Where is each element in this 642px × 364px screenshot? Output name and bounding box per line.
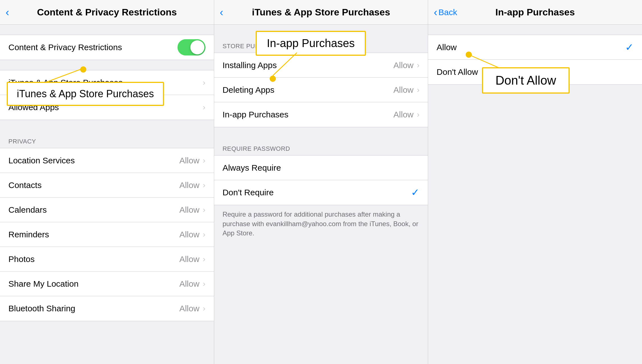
dont-require-label: Don't Require [223, 188, 408, 197]
panel3-content: Allow ✓ Don't Allow [428, 25, 642, 364]
itunes-purchases-label: iTunes & App Store Purchases [8, 78, 203, 87]
store-group: Installing Apps Allow › Deleting Apps Al… [214, 53, 428, 127]
share-my-location-chevron-icon: › [203, 279, 205, 288]
allow-option-label: Allow [437, 43, 622, 52]
installing-apps-value: Allow [393, 61, 414, 70]
calendars-value: Allow [179, 205, 200, 215]
dont-require-checkmark-icon: ✓ [411, 187, 419, 198]
allowed-apps-chevron-icon: › [203, 103, 205, 112]
back-chevron-icon: ‹ [6, 7, 9, 18]
privacy-section-header: PRIVACY [0, 130, 214, 148]
store-section-header: STORE PURCHASES & REDOWNLOADS [214, 35, 428, 53]
installing-apps-row[interactable]: Installing Apps Allow › [214, 53, 428, 78]
location-services-value: Allow [179, 156, 200, 165]
panel3-back-button[interactable]: ‹ Back [434, 7, 457, 18]
panel2-store-section: STORE PURCHASES & REDOWNLOADS Installing… [214, 35, 428, 127]
reminders-row[interactable]: Reminders Allow › [0, 222, 214, 247]
installing-apps-label: Installing Apps [223, 61, 394, 70]
panel1-privacy-section: PRIVACY Location Services Allow › Contac… [0, 130, 214, 321]
itunes-purchases-row[interactable]: iTunes & App Store Purchases › [0, 70, 214, 95]
bluetooth-sharing-row[interactable]: Bluetooth Sharing Allow › [0, 296, 214, 321]
panel1-main-section: Content & Privacy Restrictions [0, 35, 214, 60]
content-privacy-toggle[interactable] [177, 39, 205, 55]
toggle-knob [190, 40, 204, 54]
dont-allow-option-row[interactable]: Don't Allow [428, 60, 642, 84]
panel1-itunes-section: iTunes & App Store Purchases › Allowed A… [0, 70, 214, 120]
reminders-label: Reminders [8, 230, 179, 239]
contacts-value: Allow [179, 180, 200, 190]
photos-row[interactable]: Photos Allow › [0, 247, 214, 272]
share-my-location-label: Share My Location [8, 279, 179, 289]
panel1-header: ‹ Content & Privacy Restrictions [0, 0, 214, 25]
inapp-purchases-row[interactable]: In-app Purchases Allow › [214, 102, 428, 127]
share-my-location-value: Allow [179, 279, 200, 289]
panel3-options-section: Allow ✓ Don't Allow [428, 35, 642, 85]
bluetooth-sharing-label: Bluetooth Sharing [8, 304, 179, 313]
panel2-back-button[interactable]: ‹ [220, 7, 225, 18]
bluetooth-sharing-value: Allow [179, 304, 200, 313]
share-my-location-row[interactable]: Share My Location Allow › [0, 272, 214, 296]
dont-allow-option-label: Don't Allow [437, 67, 634, 77]
itunes-group: iTunes & App Store Purchases › Allowed A… [0, 70, 214, 120]
deleting-apps-row[interactable]: Deleting Apps Allow › [214, 78, 428, 102]
calendars-row[interactable]: Calendars Allow › [0, 198, 214, 222]
contacts-row[interactable]: Contacts Allow › [0, 173, 214, 198]
content-privacy-label: Content & Privacy Restrictions [8, 43, 177, 52]
inapp-purchases-chevron-icon: › [417, 110, 419, 119]
inapp-purchases-label: In-app Purchases [223, 110, 394, 119]
panel2-content: STORE PURCHASES & REDOWNLOADS Installing… [214, 25, 428, 364]
content-privacy-toggle-row[interactable]: Content & Privacy Restrictions [0, 35, 214, 60]
allowed-apps-label: Allowed Apps [8, 103, 203, 112]
back-label: Back [438, 8, 457, 17]
always-require-row[interactable]: Always Require [214, 156, 428, 180]
back-chevron-icon2: ‹ [220, 7, 223, 18]
panel-inapp-purchases: ‹ Back In-app Purchases Allow ✓ Don't Al… [428, 0, 642, 364]
allow-checkmark-icon: ✓ [625, 41, 634, 53]
reminders-value: Allow [179, 230, 200, 239]
panel-content-privacy: ‹ Content & Privacy Restrictions Content… [0, 0, 214, 364]
panel3-title: In-app Purchases [437, 7, 634, 18]
panel1-title: Content & Privacy Restrictions [8, 7, 205, 18]
inapp-purchases-value: Allow [393, 110, 414, 119]
dont-require-row[interactable]: Don't Require ✓ [214, 180, 428, 205]
contacts-chevron-icon: › [203, 181, 205, 190]
location-services-chevron-icon: › [203, 156, 205, 165]
reminders-chevron-icon: › [203, 230, 205, 239]
back-chevron-icon3: ‹ [434, 7, 437, 18]
photos-label: Photos [8, 254, 179, 264]
panel1-content: Content & Privacy Restrictions iTunes & … [0, 25, 214, 364]
location-services-row[interactable]: Location Services Allow › [0, 148, 214, 173]
calendars-chevron-icon: › [203, 205, 205, 214]
password-description: Require a password for additional purcha… [214, 206, 428, 244]
location-services-label: Location Services [8, 156, 179, 165]
deleting-apps-label: Deleting Apps [223, 85, 394, 95]
contacts-label: Contacts [8, 180, 179, 190]
deleting-apps-chevron-icon: › [417, 85, 419, 94]
installing-apps-chevron-icon: › [417, 61, 419, 70]
panel2-header: ‹ iTunes & App Store Purchases [214, 0, 428, 25]
itunes-purchases-chevron-icon: › [203, 78, 205, 87]
photos-chevron-icon: › [203, 255, 205, 264]
panel-itunes-purchases: ‹ iTunes & App Store Purchases STORE PUR… [214, 0, 428, 364]
always-require-label: Always Require [223, 163, 420, 173]
toggle-group: Content & Privacy Restrictions [0, 35, 214, 60]
photos-value: Allow [179, 254, 200, 264]
password-group: Always Require Don't Require ✓ [214, 155, 428, 205]
deleting-apps-value: Allow [393, 85, 414, 95]
bluetooth-sharing-chevron-icon: › [203, 304, 205, 313]
panel2-password-section: REQUIRE PASSWORD Always Require Don't Re… [214, 137, 428, 244]
allow-option-row[interactable]: Allow ✓ [428, 35, 642, 60]
calendars-label: Calendars [8, 205, 179, 215]
password-section-header: REQUIRE PASSWORD [214, 137, 428, 155]
privacy-group: Location Services Allow › Contacts Allow… [0, 148, 214, 321]
panel3-header: ‹ Back In-app Purchases [428, 0, 642, 25]
panel1-back-button[interactable]: ‹ [6, 7, 10, 18]
panel2-title: iTunes & App Store Purchases [223, 7, 420, 18]
inapp-options-group: Allow ✓ Don't Allow [428, 35, 642, 85]
allowed-apps-row[interactable]: Allowed Apps › [0, 95, 214, 120]
